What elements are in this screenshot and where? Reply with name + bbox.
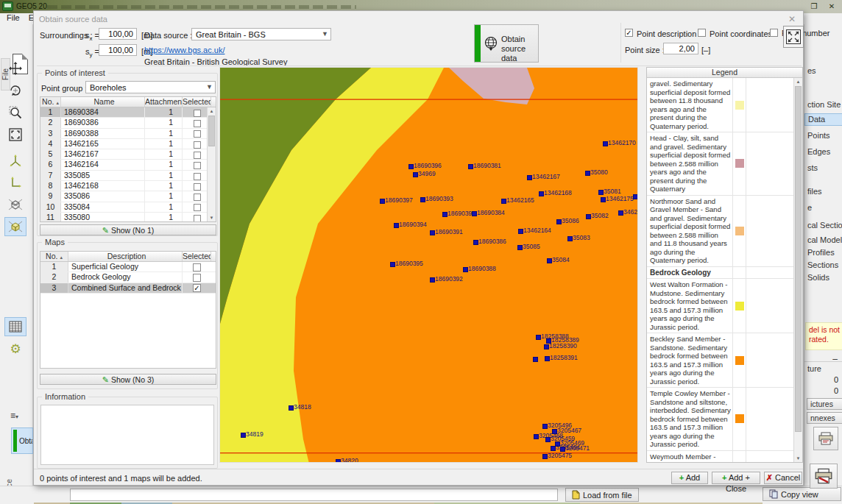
map-point-marker[interactable]: 13462168 xyxy=(539,191,544,196)
row-checkbox[interactable] xyxy=(194,120,201,127)
map-point-marker[interactable]: 3205468 xyxy=(534,434,539,439)
scroll-up-icon[interactable]: ▲ xyxy=(794,78,802,85)
point-number-checkbox[interactable] xyxy=(770,29,778,37)
map-point-marker[interactable]: 18258388 xyxy=(536,335,541,340)
poi-table-row[interactable]: 3186903881 xyxy=(40,129,216,139)
map-point-marker[interactable]: 34820 xyxy=(336,459,341,463)
cancel-button[interactable]: ✗ Cancel xyxy=(764,472,802,484)
sidebar-item-sts[interactable]: sts xyxy=(807,163,818,172)
bgs-link[interactable]: https://www.bgs.ac.uk/ xyxy=(144,46,224,54)
map-point-marker[interactable]: 18690397 xyxy=(380,199,385,204)
frame-list-button[interactable]: ≡▾ xyxy=(10,411,29,422)
sidebar-item-points[interactable]: Points xyxy=(807,131,830,140)
points-table-scrollbar[interactable]: ▲ ▼ xyxy=(207,107,216,221)
point-group-dropdown[interactable]: Boreholes ▼ xyxy=(85,81,216,93)
pan-tool-button[interactable] xyxy=(4,59,26,78)
close-window-button[interactable]: ✕ xyxy=(826,1,838,11)
map-point-marker[interactable]: 35083 xyxy=(567,236,573,241)
col-no[interactable]: No. ▴ xyxy=(40,252,68,261)
annexes-button[interactable]: nnexes xyxy=(807,412,842,424)
map-point-marker[interactable]: 18690393 xyxy=(420,197,425,202)
tables-view-button[interactable] xyxy=(4,317,26,336)
sidebar-item-edges[interactable]: Edges xyxy=(807,147,830,156)
axes-3d-button[interactable] xyxy=(4,151,26,170)
pictures-button[interactable]: ictures xyxy=(807,398,842,410)
maps-table-row[interactable]: 2Bedrock Geology xyxy=(40,272,216,283)
show-point-button[interactable]: ✎ Show (No 1) xyxy=(40,224,216,235)
row-checkbox[interactable] xyxy=(193,263,201,271)
map-point-marker[interactable]: 18690392 xyxy=(430,277,435,283)
row-checkbox[interactable] xyxy=(194,110,201,117)
point-description-checkbox[interactable]: ✓ xyxy=(625,29,633,37)
point-size-input[interactable]: 2,00 xyxy=(663,43,698,54)
poi-table-row[interactable]: 2186903861 xyxy=(40,118,216,128)
map-point-marker[interactable]: 34969 xyxy=(413,172,418,177)
poi-table-row[interactable]: 5134621671 xyxy=(40,149,216,160)
load-from-file-button[interactable]: Load from file xyxy=(565,488,639,502)
col-no[interactable]: No. ▴ xyxy=(40,97,61,107)
map-point-marker[interactable] xyxy=(633,194,638,199)
sidebar-item-ction-site[interactable]: ction Site xyxy=(807,100,841,109)
map-point-marker[interactable]: 35082 xyxy=(586,214,591,219)
row-checkbox[interactable] xyxy=(193,274,201,282)
row-checkbox[interactable] xyxy=(194,215,201,222)
scroll-down-icon[interactable]: ▼ xyxy=(794,455,802,462)
map-point-marker[interactable]: 18690384 xyxy=(472,211,477,216)
dialog-close-icon[interactable]: ✕ xyxy=(788,14,796,24)
row-checkbox[interactable] xyxy=(194,130,201,138)
map-point-marker[interactable]: 18690396 xyxy=(408,164,414,169)
map-point-marker[interactable]: 18258391 xyxy=(545,356,550,361)
maps-table-row[interactable]: 1Superficial Geology xyxy=(40,262,216,272)
sx-input[interactable]: 100,00 xyxy=(99,28,137,40)
map-point-marker[interactable]: 13462165 xyxy=(501,199,506,204)
col-selected[interactable]: Selected xyxy=(183,97,211,107)
map-point-marker[interactable]: 35084 xyxy=(547,258,552,263)
scrollbar-thumb[interactable] xyxy=(208,116,215,146)
map-point-marker[interactable]: 13462170 xyxy=(603,141,608,146)
sidebar-item-profiles[interactable]: Profiles xyxy=(807,248,835,257)
minimize-panel-button[interactable]: – xyxy=(832,354,838,364)
print-button[interactable] xyxy=(810,464,838,489)
map-point-marker[interactable]: 13462167 xyxy=(527,175,532,180)
map-point-marker[interactable]: 18690381 xyxy=(468,164,473,169)
sidebar-item-files[interactable]: files xyxy=(807,187,822,196)
poi-table-row[interactable]: 93350861 xyxy=(40,191,216,202)
map-point-marker[interactable]: 13462164 xyxy=(518,229,523,234)
sy-input[interactable]: 100,00 xyxy=(99,44,137,56)
poi-table-row[interactable]: 6134621641 xyxy=(40,160,216,170)
poi-table-row[interactable]: 1186903841 xyxy=(40,107,216,118)
scroll-up-icon[interactable]: ▲ xyxy=(208,107,216,115)
row-checkbox[interactable] xyxy=(194,141,201,149)
legend-scrollbar[interactable]: ▲ ▼ xyxy=(793,78,802,462)
map-point-marker[interactable]: 3205496 xyxy=(542,424,548,429)
command-input[interactable] xyxy=(70,489,558,501)
row-checkbox[interactable] xyxy=(194,204,201,211)
obtain-source-data-button[interactable]: Obtain source data xyxy=(474,24,539,63)
sidebar-item-solids[interactable]: Solids xyxy=(807,273,829,282)
maps-table-row[interactable]: 3Combined Surface and Bedrock Geology (1… xyxy=(40,283,216,294)
col-selected[interactable]: Selected xyxy=(183,252,211,261)
map-point-marker[interactable]: 18690388 xyxy=(463,267,468,272)
map-point-marker[interactable]: 3205464 xyxy=(551,446,556,451)
map-point-marker[interactable]: 34819 xyxy=(241,433,246,438)
row-checkbox[interactable] xyxy=(194,173,201,180)
zoom-select-tool-button[interactable] xyxy=(4,103,26,122)
maximize-view-button[interactable] xyxy=(783,26,804,48)
sidebar-item-cal-sections[interactable]: cal Sections xyxy=(807,221,842,230)
map-point-marker[interactable]: 18690390 xyxy=(442,212,447,217)
col-attachments[interactable]: Attachments xyxy=(145,97,183,107)
map-point-marker[interactable]: 3205475 xyxy=(542,454,548,459)
map-point-marker[interactable]: 18690394 xyxy=(394,223,399,228)
poi-table-row[interactable]: 4134621651 xyxy=(40,139,216,149)
map-point-marker[interactable]: 35086 xyxy=(556,219,562,224)
map-point-marker[interactable]: 18690391 xyxy=(430,230,435,235)
scrollbar-thumb[interactable] xyxy=(795,86,802,432)
row-checkbox[interactable] xyxy=(194,152,201,159)
map-point-marker[interactable]: 35085 xyxy=(517,245,523,250)
col-description[interactable]: Description xyxy=(68,252,183,261)
poi-table-row[interactable]: 103350841 xyxy=(40,202,216,213)
settings-button[interactable]: ⚙ xyxy=(4,339,26,358)
map-point-marker[interactable]: 3462170 xyxy=(618,210,623,216)
sidebar-item-data[interactable]: Data xyxy=(804,113,842,126)
restore-window-button[interactable]: ❐ xyxy=(808,1,820,11)
